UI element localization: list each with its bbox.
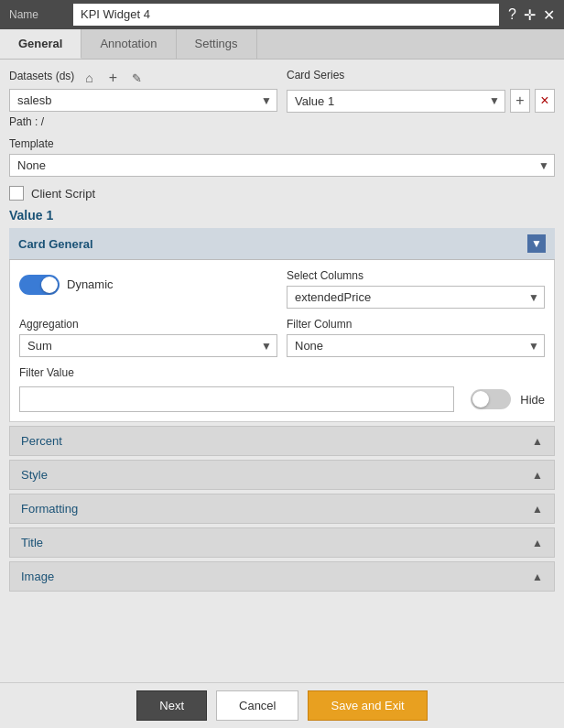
style-chevron: ▲ [532,469,543,482]
widget-name-input[interactable]: KPI Widget 4 [73,4,499,26]
percent-chevron: ▲ [532,435,543,448]
close-icon[interactable]: ✕ [543,6,555,24]
card-general-title: Card General [18,237,93,251]
dynamic-toggle-thumb [41,277,58,293]
next-button[interactable]: Next [136,690,207,721]
select-columns-select[interactable]: extendedPrice [287,286,545,309]
dynamic-toggle-row: Dynamic [19,269,277,299]
datasets-select[interactable]: salesb [9,89,277,112]
filter-value-label: Filter Value [19,366,545,379]
dynamic-label: Dynamic [67,277,114,291]
card-series-select[interactable]: Value 1 [287,90,505,113]
aggregation-wrap: Sum ▼ [19,334,277,357]
filter-column-select[interactable]: None [287,334,545,357]
filter-column-wrap: None ▼ [287,334,545,357]
aggregation-filter-row: Aggregation Sum ▼ Filter Column None ▼ [19,318,545,357]
tabs: General Annotation Settings [0,29,564,60]
move-icon[interactable]: ✛ [524,6,536,24]
card-general-content: Dynamic Select Columns extendedPrice ▼ A… [9,260,555,422]
add-dataset-icon[interactable]: + [103,69,122,87]
percent-section-bar[interactable]: Percent ▲ [9,426,555,456]
template-row: Template None ▼ [9,137,555,177]
template-select[interactable]: None [9,154,555,177]
collapsible-sections: Percent ▲ Style ▲ Formatting ▲ Title ▲ I… [9,426,555,592]
cancel-button[interactable]: Cancel [216,690,298,721]
aggregation-select[interactable]: Sum [19,334,277,357]
client-script-checkbox[interactable] [9,186,24,201]
filter-column-label: Filter Column [287,318,545,331]
style-label: Style [21,468,48,482]
formatting-label: Formatting [21,502,78,516]
title-chevron: ▲ [532,537,543,549]
datasets-section: Datasets (ds) ⌂ + ✎ salesb ▼ Path : / [9,69,277,128]
main-content: Datasets (ds) ⌂ + ✎ salesb ▼ Path : / Ca… [0,60,564,601]
tab-settings[interactable]: Settings [177,29,257,59]
select-columns-section: Select Columns extendedPrice ▼ [287,269,545,309]
remove-series-button[interactable]: × [535,89,555,113]
datasets-path: Path : / [9,115,277,128]
image-section-bar[interactable]: Image ▲ [9,561,555,592]
percent-label: Percent [21,434,62,448]
datasets-select-wrap: salesb ▼ [9,89,277,112]
card-series-label: Card Series [287,69,344,81]
style-section-bar[interactable]: Style ▲ [9,460,555,490]
hide-label: Hide [520,393,545,407]
client-script-row: Client Script [9,186,555,201]
formatting-chevron: ▲ [532,503,543,516]
aggregation-label: Aggregation [19,318,277,331]
dynamic-columns-row: Dynamic Select Columns extendedPrice ▼ [19,269,545,309]
bottom-bar: Next Cancel Save and Exit [0,682,564,728]
help-icon[interactable]: ? [508,6,516,24]
add-series-button[interactable]: + [510,89,530,113]
filter-hide-row: Hide [19,386,545,412]
image-label: Image [21,570,54,583]
filter-value-input[interactable] [19,386,454,412]
title-label: Title [21,536,43,549]
save-exit-button[interactable]: Save and Exit [308,690,427,721]
title-section-bar[interactable]: Title ▲ [9,527,555,558]
datasets-label: Datasets (ds) [9,70,74,82]
home-icon[interactable]: ⌂ [80,69,98,87]
datasets-label-icons: Datasets (ds) ⌂ + ✎ [9,69,146,87]
card-series-section: Card Series Value 1 ▼ + × [287,69,555,113]
aggregation-section: Aggregation Sum ▼ [19,318,277,357]
image-chevron: ▲ [532,570,543,583]
select-columns-wrap: extendedPrice ▼ [287,286,545,309]
value-heading: Value 1 [9,208,555,223]
hide-toggle[interactable] [471,389,511,409]
tab-general[interactable]: General [0,29,81,59]
card-series-label-row: Card Series [287,69,555,85]
template-select-wrap: None ▼ [9,154,555,177]
card-series-select-wrap: Value 1 ▼ [287,90,505,113]
name-label: Name [9,8,64,21]
card-general-header[interactable]: Card General ▼ [9,228,555,260]
select-columns-label: Select Columns [287,269,545,282]
card-general-collapse-btn[interactable]: ▼ [527,234,546,253]
template-label: Template [9,137,555,150]
datasets-card-series-row: Datasets (ds) ⌂ + ✎ salesb ▼ Path : / Ca… [9,69,555,128]
formatting-section-bar[interactable]: Formatting ▲ [9,494,555,524]
title-bar-icons: ? ✛ ✕ [508,6,555,24]
edit-dataset-icon[interactable]: ✎ [127,69,146,87]
filter-value-row: Filter Value Hide [19,366,545,412]
filter-column-section: Filter Column None ▼ [287,318,545,357]
dynamic-toggle[interactable] [19,275,60,295]
client-script-label: Client Script [31,187,95,201]
title-bar: Name KPI Widget 4 ? ✛ ✕ [0,0,564,29]
card-series-row: Value 1 ▼ + × [287,89,555,113]
tab-annotation[interactable]: Annotation [81,29,176,59]
